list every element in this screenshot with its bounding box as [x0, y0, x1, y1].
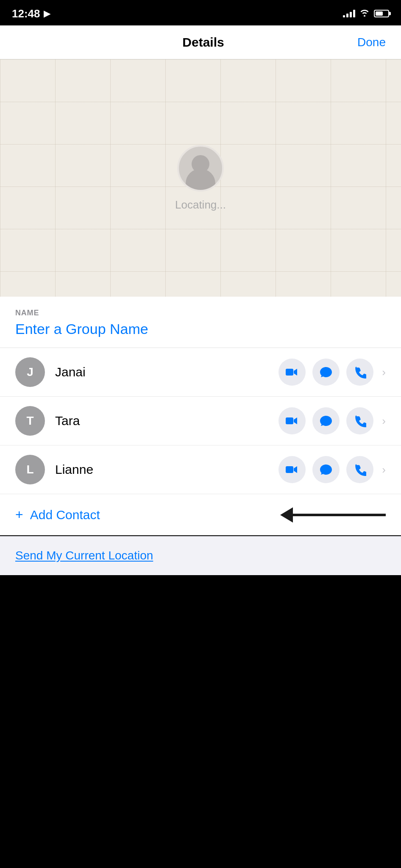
location-arrow-icon: ▶ [44, 8, 50, 19]
add-contact-label: Add Contact [30, 508, 100, 522]
battery-icon [374, 10, 389, 17]
status-bar: 12:48 ▶ [0, 0, 401, 25]
contact-item-tara: T Tara [0, 397, 401, 445]
chevron-icon-lianne: › [382, 463, 386, 476]
contact-actions-lianne: › [278, 456, 386, 483]
status-time: 12:48 ▶ [12, 7, 50, 20]
phone-button-tara[interactable] [346, 407, 373, 434]
contact-list: J Janai [0, 348, 401, 494]
map-center: Locating... [175, 145, 226, 211]
map-avatar [177, 145, 224, 192]
bottom-section: Send My Current Location [0, 536, 401, 575]
svg-rect-2 [286, 466, 293, 473]
send-location-button[interactable]: Send My Current Location [15, 549, 386, 562]
contact-actions-janai: › [278, 359, 386, 386]
content-area: NAME Enter a Group Name J Janai [0, 297, 401, 535]
arrow-head-icon [280, 507, 293, 523]
name-label: NAME [15, 309, 386, 317]
status-icons [343, 9, 389, 19]
contact-name-tara: Tara [55, 414, 268, 428]
message-button-lianne[interactable] [312, 456, 340, 483]
video-call-button-janai[interactable] [278, 359, 306, 386]
wifi-icon [359, 9, 370, 19]
name-section: NAME Enter a Group Name [0, 297, 401, 348]
done-button[interactable]: Done [357, 36, 386, 49]
phone-button-janai[interactable] [346, 359, 373, 386]
avatar-lianne: L [15, 455, 45, 484]
add-contact-row[interactable]: + Add Contact [0, 494, 401, 535]
video-call-button-tara[interactable] [278, 407, 306, 434]
page-title: Details [182, 35, 224, 50]
phone-button-lianne[interactable] [346, 456, 373, 483]
map-area: Locating... [0, 59, 401, 297]
nav-bar: Details Done [0, 25, 401, 59]
contact-actions-tara: › [278, 407, 386, 434]
svg-rect-0 [286, 369, 293, 376]
contact-item-lianne: L Lianne [0, 445, 401, 494]
svg-rect-1 [286, 417, 293, 424]
contact-item-janai: J Janai [0, 348, 401, 397]
phone-icon [354, 463, 366, 476]
message-icon [320, 463, 332, 476]
locating-text: Locating... [175, 198, 226, 211]
message-button-janai[interactable] [312, 359, 340, 386]
message-icon [320, 366, 332, 378]
arrow-annotation [280, 507, 386, 523]
avatar-tara: T [15, 406, 45, 436]
signal-icon [343, 10, 355, 17]
phone-icon [354, 366, 366, 378]
arrow-line [292, 514, 386, 516]
phone-icon [354, 415, 366, 427]
avatar-janai: J [15, 357, 45, 387]
chevron-icon-janai: › [382, 366, 386, 379]
contact-name-janai: Janai [55, 365, 268, 379]
message-icon [320, 415, 332, 427]
video-call-button-lianne[interactable] [278, 456, 306, 483]
contact-name-lianne: Lianne [55, 462, 268, 477]
message-button-tara[interactable] [312, 407, 340, 434]
video-icon [286, 366, 298, 378]
video-icon [286, 415, 298, 427]
video-icon [286, 463, 298, 476]
group-name-input[interactable]: Enter a Group Name [15, 321, 386, 348]
chevron-icon-tara: › [382, 415, 386, 428]
avatar-person-icon [179, 147, 222, 190]
add-contact-plus-icon: + [15, 507, 23, 523]
